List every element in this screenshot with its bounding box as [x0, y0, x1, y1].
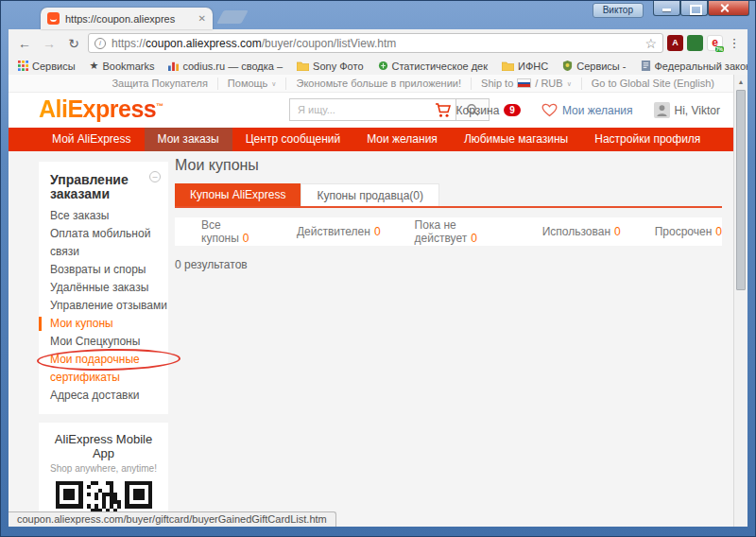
- sidebar-item-refunds-disputes[interactable]: Возвраты и споры: [39, 261, 168, 279]
- nav-profile-settings[interactable]: Настройки профиля: [581, 128, 713, 151]
- account-menu[interactable]: Hi, Viktor: [654, 102, 720, 118]
- tab-close-icon[interactable]: ✕: [198, 13, 206, 24]
- global-site-link[interactable]: Go to Global Site (English): [581, 78, 724, 90]
- bookmark-servisy[interactable]: Сервисы: [18, 61, 76, 72]
- browser-scrollbar[interactable]: ▲: [733, 75, 747, 527]
- bar-chart-icon: [168, 61, 179, 71]
- document-icon: [641, 61, 651, 71]
- tab-title: https://coupon.aliexpres: [65, 13, 193, 25]
- filter-count: 0: [614, 225, 621, 238]
- address-bar[interactable]: i https://coupon.aliexpress.com/buyer/co…: [88, 33, 663, 53]
- filter-count: 0: [374, 225, 381, 238]
- heart-icon: [541, 103, 558, 117]
- maximize-button[interactable]: [680, 1, 708, 16]
- scrollbar-thumb[interactable]: [736, 90, 746, 290]
- scrollbar-up-icon[interactable]: ▲: [734, 75, 747, 89]
- filter-valid[interactable]: Действителен0: [297, 225, 381, 238]
- chrome-menu-icon[interactable]: ⋮: [727, 36, 742, 50]
- new-tab-button[interactable]: [216, 10, 248, 24]
- url-scheme: https://: [112, 37, 146, 50]
- filter-all-coupons[interactable]: Все купоны0: [201, 218, 263, 245]
- app-promo-label: Экономьте больше в приложении!: [296, 78, 461, 90]
- bookmark-label: Статистическое дек: [392, 61, 489, 72]
- nav-favorite-stores[interactable]: Любимые магазины: [451, 128, 581, 151]
- browser-tab[interactable]: https://coupon.aliexpres ✕: [41, 8, 213, 29]
- sidebar-item-all-orders[interactable]: Все заказы: [39, 207, 168, 225]
- sidebar-item-my-coupons[interactable]: Мои купоны: [39, 315, 168, 333]
- close-button[interactable]: [708, 1, 749, 16]
- sidebar-item-feedback[interactable]: Управление отзывами: [39, 297, 168, 315]
- russia-flag-icon: [517, 78, 531, 88]
- results-count: 0 результатов: [175, 258, 722, 271]
- filter-used[interactable]: Использован0: [542, 225, 621, 238]
- aliexpress-logo[interactable]: AliExpress™: [39, 95, 163, 123]
- collapse-icon[interactable]: –: [149, 171, 161, 182]
- url-path: /buyer/coupon/listView.htm: [262, 37, 397, 50]
- forward-icon[interactable]: →: [39, 34, 60, 53]
- status-bar: coupon.aliexpress.com/buyer/giftcard/buy…: [9, 511, 336, 527]
- emblem-icon: [562, 61, 573, 71]
- app-promo-link[interactable]: Экономьте больше в приложении!: [285, 78, 471, 90]
- chevron-down-icon: ∨: [567, 78, 572, 90]
- cart-link[interactable]: Корзина 9: [435, 103, 521, 118]
- bookmarks-bar: Сервисы ★ Bookmarks codius.ru — сводка –…: [9, 57, 747, 76]
- sidebar-item-shipping-address[interactable]: Адреса доставки: [39, 387, 168, 405]
- ship-to-label: Ship to: [481, 78, 513, 90]
- nav-my-orders[interactable]: Мои заказы: [145, 128, 232, 151]
- extension-badge: 7%: [715, 46, 724, 52]
- page-info-icon[interactable]: i: [94, 38, 106, 49]
- sidebar-item-special-coupons[interactable]: Мои Спецкупоны: [39, 333, 168, 351]
- gift-cards-label: Мои подарочные сертификаты: [50, 353, 140, 384]
- nav-message-center[interactable]: Центр сообщений: [232, 128, 353, 151]
- bookmark-this-page-icon[interactable]: ☆: [644, 36, 657, 51]
- logo-text: AliExpress: [39, 95, 156, 122]
- url-host: coupon.aliexpress.com: [146, 37, 262, 50]
- browser-window: https://coupon.aliexpres ✕ Виктор ← → ↻ …: [0, 0, 756, 537]
- main-nav: Мой AliExpress Мои заказы Центр сообщени…: [9, 128, 733, 151]
- aliexpress-page: Защита Покупателя Помощь∨ Экономьте боль…: [9, 75, 733, 527]
- filter-label: Просрочен: [655, 225, 713, 238]
- coupons-content: Мои купоны Купоны AliExpress Купоны прод…: [175, 157, 722, 271]
- filter-label: Действителен: [297, 225, 370, 238]
- adobe-extension-icon[interactable]: A: [667, 35, 683, 51]
- back-icon[interactable]: ←: [14, 34, 35, 53]
- help-menu[interactable]: Помощь∨: [217, 78, 286, 90]
- bookmark-sony-foto[interactable]: Sony Фото: [297, 61, 363, 72]
- wishlist-link[interactable]: Мои желания: [541, 103, 633, 117]
- chrome-profile-button[interactable]: Виктор: [593, 3, 644, 18]
- sidebar-item-deleted-orders[interactable]: Удалённые заказы: [39, 279, 168, 297]
- plant-icon: [378, 61, 388, 71]
- filter-not-yet-active[interactable]: Пока не действует0: [415, 218, 508, 245]
- bookmark-bookmarks[interactable]: ★ Bookmarks: [90, 60, 155, 72]
- ship-to-selector[interactable]: Ship to/ RUB∨: [471, 78, 581, 90]
- wishlist-label: Мои желания: [562, 104, 633, 117]
- bookmark-codius[interactable]: codius.ru — сводка –: [168, 61, 283, 72]
- currency-label: / RUB: [535, 78, 562, 90]
- nav-my-aliexpress[interactable]: Мой AliExpress: [39, 128, 145, 151]
- reload-icon[interactable]: ↻: [63, 34, 84, 53]
- bookmark-servisy-2[interactable]: Сервисы -: [562, 61, 626, 72]
- buyer-protection-label: Защита Покупателя: [112, 78, 207, 90]
- minimize-button[interactable]: [653, 1, 680, 16]
- bookmark-federalny-zakon[interactable]: Федеральный закон: [641, 61, 748, 72]
- search-input[interactable]: [289, 98, 455, 121]
- sidebar-item-mobile-topup[interactable]: Оплата мобильной связи: [39, 225, 168, 261]
- filter-expired[interactable]: Просрочен0: [655, 225, 722, 238]
- nav-wishlist[interactable]: Мои желания: [353, 128, 451, 151]
- bookmark-statistika[interactable]: Статистическое дек: [378, 61, 489, 72]
- greeting-label: Hi, Viktor: [675, 104, 720, 117]
- discount-extension-icon[interactable]: e7%: [707, 35, 723, 51]
- bookmark-label: Bookmarks: [102, 61, 154, 72]
- app-title: AliExpress Mobile App: [44, 432, 163, 460]
- filter-label: Использован: [542, 225, 610, 238]
- bookmark-ifns[interactable]: ИФНС: [502, 61, 548, 72]
- cart-label: Корзина: [456, 104, 500, 117]
- coupon-tabs: Купоны AliExpress Купоны продавца(0): [175, 183, 722, 208]
- bookmark-label: Сервисы -: [576, 61, 626, 72]
- tab-seller-coupons[interactable]: Купоны продавца(0): [301, 183, 439, 206]
- buyer-protection-link[interactable]: Защита Покупателя: [102, 78, 216, 90]
- tab-aliexpress-coupons[interactable]: Купоны AliExpress: [175, 183, 301, 206]
- green-extension-icon[interactable]: [687, 35, 703, 51]
- sidebar-item-gift-cards[interactable]: Мои подарочные сертификаты: [39, 351, 168, 387]
- filter-count: 0: [715, 225, 722, 238]
